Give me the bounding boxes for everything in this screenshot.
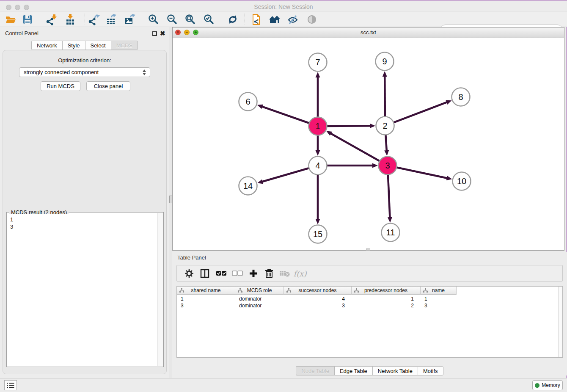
column-header-name[interactable]: name: [421, 287, 457, 295]
window-title: Session: New Session: [0, 3, 567, 10]
table-row[interactable]: 1dominator411: [177, 295, 457, 302]
run-mcds-button[interactable]: Run MCDS: [41, 81, 80, 91]
cell-predecessor-nodes[interactable]: 1: [352, 295, 421, 302]
network-canvas[interactable]: 7968124314101511: [173, 38, 564, 250]
edge-2-3[interactable]: [385, 134, 387, 152]
zoom-out-button[interactable]: [164, 13, 180, 26]
hide-selected-button[interactable]: [285, 13, 301, 26]
edge-arrowhead: [316, 150, 320, 156]
column-header-MCDS-role[interactable]: MCDS role: [235, 287, 284, 295]
new-network-from-file-button[interactable]: [248, 13, 264, 26]
save-session-button[interactable]: [19, 13, 36, 26]
edge-2-8[interactable]: [393, 102, 448, 123]
tab-network-table[interactable]: Network Table: [372, 366, 418, 375]
cell-successor-nodes[interactable]: 4: [284, 295, 352, 302]
edge-arrowhead: [446, 176, 452, 180]
zoom-selected-button[interactable]: [201, 13, 217, 26]
node-label-14: 14: [243, 181, 253, 190]
column-label: shared name: [191, 287, 220, 293]
split-panes-icon: [200, 268, 210, 279]
export-image-button[interactable]: [121, 13, 138, 26]
node-label-2: 2: [383, 121, 387, 130]
optimization-criterion-dropdown[interactable]: strongly connected component: [19, 67, 150, 77]
table-row[interactable]: 3dominator323: [177, 302, 457, 309]
add-column-button[interactable]: [246, 267, 261, 280]
memory-label: Memory: [542, 382, 560, 388]
cell-MCDS-role[interactable]: dominator: [235, 295, 284, 302]
edge-4-14[interactable]: [261, 168, 310, 182]
mcds-result-item[interactable]: 1: [10, 216, 157, 223]
toggle-panes-button[interactable]: [198, 267, 212, 280]
column-header-successor-nodes[interactable]: successor nodes: [284, 287, 352, 295]
cell-shared-name[interactable]: 3: [177, 302, 235, 309]
tab-edge-table[interactable]: Edge Table: [334, 366, 372, 375]
node-table[interactable]: shared nameMCDS rolesuccessor nodesprede…: [176, 286, 563, 358]
splitter-handle[interactable]: [169, 196, 172, 203]
toolbar-separator: [43, 14, 43, 25]
column-header-shared-name[interactable]: shared name: [177, 287, 235, 295]
list-icon: [7, 382, 14, 388]
dropdown-stepper-icon: [142, 69, 147, 76]
panel-splitter[interactable]: [169, 27, 172, 378]
mcds-result-scrollbar[interactable]: [157, 213, 163, 366]
edge-arrowhead: [372, 163, 378, 168]
toolbar-separator: [144, 14, 144, 25]
edge-arrowhead: [388, 217, 392, 223]
apply-layout-button[interactable]: [225, 13, 241, 26]
edge-2-9[interactable]: [385, 75, 385, 118]
zoom-fit-button[interactable]: [182, 13, 198, 26]
tab-network[interactable]: Network: [31, 41, 62, 50]
delete-column-button[interactable]: [262, 267, 276, 280]
column-header-predecessor-nodes[interactable]: predecessor nodes: [352, 287, 421, 295]
cell-name[interactable]: 3: [421, 302, 457, 309]
tab-motifs[interactable]: Motifs: [418, 366, 443, 375]
export-network-button[interactable]: [86, 13, 102, 26]
mcds-result-list[interactable]: 13: [7, 214, 157, 366]
close-panel-icon[interactable]: ✖: [160, 30, 165, 37]
network-graph[interactable]: 7968124314101511: [173, 38, 564, 250]
select-all-columns-button[interactable]: [214, 267, 228, 280]
cell-successor-nodes[interactable]: 3: [284, 302, 352, 309]
import-table-icon: [64, 14, 76, 25]
home-button[interactable]: [267, 13, 283, 26]
table-settings-button[interactable]: [182, 267, 196, 280]
node-label-9: 9: [382, 57, 387, 66]
tab-select[interactable]: Select: [85, 41, 111, 50]
gear-icon: [184, 268, 194, 279]
open-folder-button[interactable]: [3, 13, 19, 26]
tab-node-table[interactable]: Node Table: [296, 366, 334, 375]
edge-arrowhead: [316, 219, 320, 224]
network-resize-grip[interactable]: [366, 248, 370, 251]
edge-3-10[interactable]: [396, 167, 448, 178]
export-table-button[interactable]: [103, 13, 119, 26]
network-window-titlebar[interactable]: × − + scc.txt: [173, 28, 564, 38]
edge-arrowhead: [370, 124, 375, 128]
edge-1-2[interactable]: [326, 126, 371, 126]
tab-style[interactable]: Style: [62, 41, 85, 50]
edge-1-6[interactable]: [261, 106, 310, 124]
table-scrollbar[interactable]: [558, 287, 562, 357]
tab-mcds[interactable]: MCDS: [111, 41, 138, 50]
cell-name[interactable]: 1: [421, 295, 457, 302]
edge-arrowhead: [257, 179, 263, 184]
cell-shared-name[interactable]: 1: [177, 295, 235, 302]
deselect-all-columns-button[interactable]: [230, 267, 245, 280]
zoom-in-button[interactable]: [145, 13, 161, 26]
cell-predecessor-nodes[interactable]: 2: [352, 302, 421, 309]
mcds-result-item[interactable]: 3: [10, 223, 157, 230]
export-network-icon: [88, 14, 100, 25]
task-history-button[interactable]: [4, 380, 17, 390]
memory-button[interactable]: Memory: [532, 380, 563, 390]
node-label-11: 11: [386, 228, 395, 237]
function-builder-button-disabled: f(x): [293, 267, 307, 280]
edge-arrowhead: [257, 105, 263, 109]
cell-MCDS-role[interactable]: dominator: [235, 302, 284, 309]
edge-3-1[interactable]: [330, 133, 380, 161]
show-hidden-button[interactable]: [304, 13, 320, 26]
import-table-button[interactable]: [62, 13, 78, 26]
float-panel-icon[interactable]: [152, 31, 157, 36]
edge-3-11[interactable]: [388, 174, 390, 218]
close-panel-button[interactable]: Close panel: [86, 81, 130, 91]
import-network-button[interactable]: [44, 13, 60, 26]
main-titlebar: Session: New Session: [0, 0, 567, 11]
